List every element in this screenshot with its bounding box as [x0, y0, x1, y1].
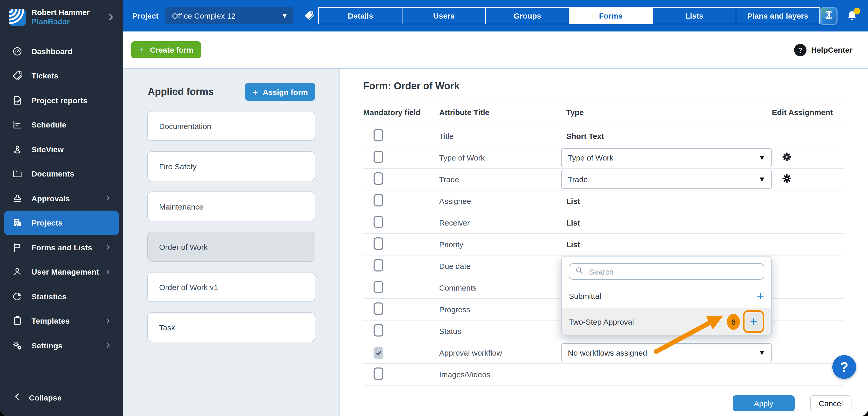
tag-icon [303, 10, 315, 22]
mandatory-checkbox[interactable] [374, 324, 383, 336]
form-footer: Apply Cancel [340, 390, 868, 416]
project-tabs: Details Users Groups Forms Lists Plans a… [319, 7, 820, 24]
apply-button[interactable]: Apply [733, 395, 795, 411]
settings-gears-icon [11, 340, 23, 351]
mandatory-checkbox[interactable] [374, 215, 383, 228]
workflow-option-submittal[interactable]: Submittal + [562, 283, 771, 308]
approvals-stamp-icon [11, 193, 23, 204]
notifications-button[interactable] [845, 8, 859, 23]
expand-account-chevron-icon[interactable] [105, 12, 116, 23]
table-row-images-videos: Images/Videos [363, 364, 844, 386]
chevron-right-icon [103, 243, 113, 252]
sidebar-item-siteview[interactable]: SiteView [4, 137, 119, 162]
plus-icon: + [252, 87, 258, 97]
table-header: Mandatory field Attribute Title Type Edi… [363, 99, 844, 126]
sidebar-item-tickets[interactable]: Tickets [4, 64, 119, 88]
mandatory-checkbox[interactable] [374, 302, 383, 315]
mandatory-checkbox[interactable] [374, 172, 383, 184]
help-fab-button[interactable]: ? [832, 355, 856, 379]
workflow-search[interactable] [569, 263, 764, 280]
tab-lists[interactable]: Lists [652, 7, 737, 24]
sidebar-item-statistics[interactable]: Statistics [4, 284, 119, 309]
sidebar-item-label: Templates [32, 317, 70, 325]
notification-dot [854, 7, 860, 14]
type-of-work-dropdown[interactable]: Type of Work ▼ [561, 148, 772, 167]
sidebar-item-dashboard[interactable]: Dashboard [4, 39, 119, 64]
mandatory-checkbox[interactable] [374, 237, 383, 249]
mandatory-checkbox[interactable] [374, 280, 383, 293]
chevron-down-icon: ▼ [760, 154, 764, 161]
trade-dropdown[interactable]: Trade ▼ [561, 170, 772, 189]
mandatory-checkbox[interactable] [374, 150, 383, 163]
planradar-app: Robert Hammer PlanRadar Dashboard Ticket… [0, 0, 868, 416]
table-row-approval-workflow: Approval workflow No workflows assigned … [363, 342, 844, 364]
cancel-button[interactable]: Cancel [810, 395, 851, 411]
form-card-order-of-work-v1[interactable]: Order of Work v1 [147, 272, 315, 302]
tutorial-step-badge: 6 [727, 314, 740, 330]
sidebar-header: Robert Hammer PlanRadar [0, 0, 123, 32]
mandatory-checkbox-checked[interactable] [374, 347, 383, 359]
form-card-maintenance[interactable]: Maintenance [147, 192, 315, 221]
sidebar-item-forms-and-lists[interactable]: Forms and Lists [4, 235, 119, 259]
main-column: Project Office Complex 12 ▼ Details User… [123, 0, 868, 416]
form-card-fire-safety[interactable]: Fire Safety [147, 151, 315, 181]
sidebar-item-label: Dashboard [32, 47, 72, 56]
chevron-right-icon [103, 267, 113, 277]
connect-icon [823, 8, 835, 23]
mandatory-checkbox[interactable] [374, 194, 383, 206]
sidebar-item-label: Tickets [32, 71, 58, 80]
form-card-documentation[interactable]: Documentation [147, 111, 315, 141]
user-name: Robert Hammer [32, 8, 90, 17]
tab-forms[interactable]: Forms [569, 7, 653, 24]
collapse-label: Collapse [29, 393, 62, 402]
sidebar-item-label: Approvals [32, 194, 70, 203]
sidebar-nav: Dashboard Tickets Project reports Schedu… [0, 39, 123, 392]
projects-building-icon [11, 217, 23, 229]
attributes-table: Mandatory field Attribute Title Type Edi… [363, 99, 844, 386]
project-selector[interactable]: Office Complex 12 ▼ [165, 7, 293, 24]
tab-groups[interactable]: Groups [486, 7, 570, 24]
approval-workflow-dropdown[interactable]: No workflows assigned ▼ [561, 343, 772, 362]
planradar-logo-icon [9, 9, 26, 26]
topbar: Project Office Complex 12 ▼ Details User… [123, 0, 868, 32]
form-card-order-of-work[interactable]: Order of Work [147, 232, 315, 262]
sidebar-collapse-button[interactable]: Collapse [0, 392, 123, 416]
workflow-option-two-step-approval[interactable]: Two-Step Approval 6 + [562, 308, 771, 335]
form-detail-panel: Form: Order of Work Mandatory field Attr… [340, 69, 868, 416]
sidebar-item-label: Forms and Lists [32, 243, 92, 252]
tab-plans-and-layers[interactable]: Plans and layers [736, 7, 820, 24]
content: Applied forms + Assign form Documentatio… [123, 69, 868, 416]
create-form-label: Create form [150, 45, 193, 54]
sidebar-item-projects[interactable]: Projects [4, 211, 119, 235]
gear-icon[interactable] [781, 151, 793, 162]
add-workflow-plus-icon[interactable]: + [757, 289, 764, 302]
mandatory-checkbox[interactable] [374, 259, 383, 271]
mandatory-checkbox[interactable] [374, 367, 383, 380]
form-card-task[interactable]: Task [147, 312, 315, 342]
sidebar-item-documents[interactable]: Documents [4, 162, 119, 186]
sidebar-item-user-management[interactable]: User Management [4, 259, 119, 284]
tab-details[interactable]: Details [318, 7, 403, 24]
column-mandatory-field: Mandatory field [363, 108, 439, 116]
help-center-button[interactable]: ? HelpCenter [794, 44, 852, 56]
tab-users[interactable]: Users [402, 7, 486, 24]
create-form-button[interactable]: + Create form [131, 41, 201, 58]
sidebar-item-schedule[interactable]: Schedule [4, 112, 119, 137]
table-row-title: Title Short Text [363, 126, 844, 147]
brand-name: PlanRadar [32, 17, 90, 27]
connect-app-button[interactable] [820, 6, 838, 25]
sidebar-item-project-reports[interactable]: Project reports [4, 88, 119, 112]
gear-icon[interactable] [781, 173, 793, 184]
add-workflow-plus-button[interactable]: + [746, 313, 762, 330]
sidebar-item-settings[interactable]: Settings [4, 333, 119, 358]
mandatory-checkbox[interactable] [374, 129, 383, 141]
chevron-left-icon [12, 392, 22, 404]
applied-forms-list: Documentation Fire Safety Maintenance Or… [147, 111, 315, 342]
table-row-receiver: Receiver List [363, 212, 844, 234]
sidebar-item-templates[interactable]: Templates [4, 309, 119, 333]
search-input[interactable] [588, 267, 758, 276]
sidebar-item-approvals[interactable]: Approvals [4, 186, 119, 211]
assign-form-button[interactable]: + Assign form [245, 83, 315, 101]
plus-icon: + [139, 45, 145, 55]
chevron-down-icon: ▼ [760, 176, 764, 183]
